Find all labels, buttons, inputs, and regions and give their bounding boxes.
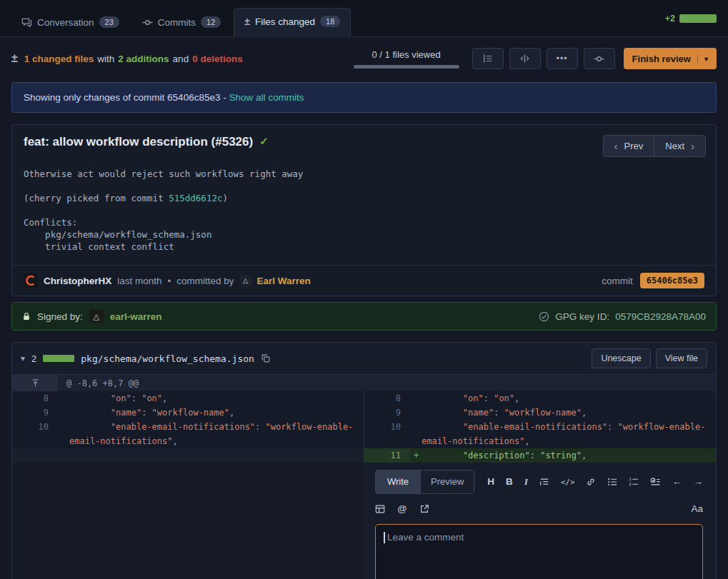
italic-icon[interactable]: I	[524, 477, 528, 487]
changed-files-link[interactable]: 1 changed files	[24, 54, 94, 64]
copy-file-path-icon[interactable]	[261, 353, 271, 363]
hunk-header-row: @ -8,6 +8,7 @@	[12, 375, 716, 391]
lock-icon	[22, 311, 31, 321]
ellipsis-icon: •••	[557, 54, 568, 64]
unordered-list-icon[interactable]	[607, 477, 617, 487]
mention-icon[interactable]: @	[397, 504, 407, 514]
code-punct: ,	[162, 393, 167, 403]
comment-input[interactable]	[375, 524, 703, 579]
code-key: "enable-email-notifications"	[69, 422, 255, 432]
code-punct: ,	[173, 436, 178, 446]
view-file-button[interactable]: View file	[656, 348, 707, 368]
git-commit-icon	[142, 17, 153, 28]
global-diff-stats: +2	[665, 14, 717, 24]
commit-navigation: ‹Prev Next›	[603, 135, 706, 157]
show-all-commits-link[interactable]: Show all commits	[229, 92, 304, 103]
commit-message-body: Otherwise act would reject such workflow…	[12, 157, 716, 265]
diff-file-actions: Unescape View file	[592, 348, 707, 368]
code-key: "description"	[422, 450, 530, 460]
tab-preview[interactable]: Preview	[420, 470, 474, 493]
files-viewed-progress	[354, 65, 459, 69]
finish-review-button[interactable]: Finish review ▾	[624, 48, 717, 69]
files-viewed: 0 / 1 files viewed	[354, 49, 459, 69]
undo-icon[interactable]: ←	[672, 477, 682, 487]
expand-up-button[interactable]	[12, 375, 58, 391]
prev-label: Prev	[624, 141, 644, 151]
heading-icon[interactable]: H	[487, 477, 494, 487]
author-avatar[interactable]	[24, 273, 38, 288]
diff-stat-bar	[679, 14, 717, 23]
tab-write[interactable]: Write	[376, 470, 420, 493]
line-number-new[interactable]: 11	[364, 448, 410, 463]
file-name-link[interactable]: pkg/schema/workflow_schema.json	[81, 353, 254, 364]
signer-name[interactable]: earl-warren	[110, 311, 162, 322]
prev-commit-button[interactable]: ‹Prev	[603, 135, 655, 157]
font-size-icon[interactable]: Aa	[691, 504, 703, 514]
formatting-icons: H B I </> 12 ← →	[487, 477, 703, 487]
tab-files-changed-count: 18	[320, 16, 340, 27]
code-key: "on"	[69, 393, 131, 403]
table-icon[interactable]	[375, 504, 385, 514]
gpg-key-id: 0579CB2928A78A00	[615, 311, 706, 322]
finish-review-label: Finish review	[632, 54, 691, 64]
fold-file-icon[interactable]: ▾	[21, 353, 25, 363]
commit-author-row: ChristopherHX last month • committed by …	[12, 265, 716, 296]
tab-files-changed[interactable]: ± Files changed 18	[234, 8, 351, 37]
file-tree-toggle-button[interactable]	[472, 48, 504, 69]
tab-commits[interactable]: Commits 12	[132, 9, 231, 36]
code-punct: ,	[582, 408, 587, 418]
committer-name[interactable]: Earl Warren	[257, 276, 311, 286]
commit-sha-badge[interactable]: 65406c85e3	[640, 273, 704, 288]
code-punct: :	[131, 393, 141, 403]
signer-avatar[interactable]: △	[89, 309, 104, 323]
code-key: "enable-email-notifications"	[422, 422, 607, 432]
author-name[interactable]: ChristopherHX	[44, 276, 111, 286]
signed-banner: Signed by: △ earl-warren GPG key ID: 057…	[11, 302, 717, 331]
diff-view-toggle-button[interactable]	[509, 48, 541, 69]
code-value: "on"	[141, 393, 162, 403]
ordered-list-icon[interactable]: 12	[629, 477, 639, 487]
tab-files-changed-label: Files changed	[255, 16, 315, 27]
git-commit-icon	[594, 54, 604, 64]
diff-code-new: "enable-email-notifications": "workflow-…	[410, 420, 716, 448]
line-number-new[interactable]: 8	[364, 391, 410, 406]
quote-icon[interactable]	[539, 477, 549, 487]
svg-text:1: 1	[629, 477, 632, 481]
pr-tab-bar: Conversation 23 Commits 12 ± Files chang…	[0, 0, 728, 37]
unescape-button[interactable]: Unescape	[592, 348, 650, 368]
diff-options-button[interactable]: •••	[547, 48, 578, 69]
chevron-left-icon: ‹	[614, 141, 618, 151]
code-punct: :	[484, 393, 494, 403]
commit-panel: feat: allow workflow description (#5326)…	[11, 124, 717, 296]
code-value: "string"	[540, 450, 582, 460]
line-number-old[interactable]: 8	[12, 391, 58, 406]
commit-title: feat: allow workflow description (#5326)	[24, 135, 253, 149]
line-number-new[interactable]: 9	[364, 406, 410, 420]
diff-table: 8 "on": "on", 8 "on": "on", 9 "name": "w…	[12, 391, 716, 579]
comment-editor: Write Preview H B I </> 12	[364, 463, 716, 579]
commit-label: commit	[602, 276, 633, 286]
tab-conversation-count: 23	[99, 16, 119, 28]
bold-icon[interactable]: B	[506, 477, 513, 487]
link-icon[interactable]	[586, 477, 596, 487]
code-key: "on"	[422, 393, 484, 403]
next-commit-button[interactable]: Next›	[654, 135, 706, 157]
file-tree-icon	[482, 54, 493, 64]
redo-icon[interactable]: →	[693, 477, 703, 487]
reference-icon[interactable]	[419, 504, 429, 514]
line-number-new[interactable]: 10	[364, 420, 410, 448]
file-diff-stat-bar	[43, 355, 74, 362]
committer-avatar[interactable]: △	[240, 275, 251, 286]
commit-filter-banner: Showing only changes of commit 65406c85e…	[11, 82, 717, 113]
commit-time: last month	[117, 276, 161, 286]
pr-tabs: Conversation 23 Commits 12 ± Files chang…	[11, 8, 351, 36]
task-list-icon[interactable]	[650, 477, 661, 487]
tab-conversation[interactable]: Conversation 23	[11, 9, 129, 36]
code-icon[interactable]: </>	[561, 478, 575, 486]
line-number-old[interactable]: 10	[12, 420, 58, 448]
commit-select-button[interactable]	[584, 48, 615, 69]
line-number-old[interactable]: 9	[12, 406, 58, 420]
commit-verified-check-icon: ✓	[259, 135, 269, 148]
additions-text: 2 additions	[118, 54, 169, 64]
cherry-pick-commit-link[interactable]: 515dd6612c	[169, 193, 222, 203]
